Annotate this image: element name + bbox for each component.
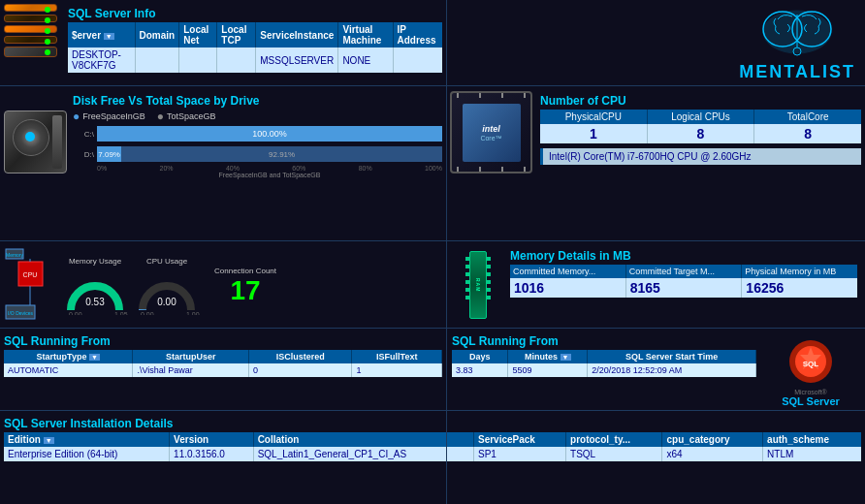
cell-startupuser: .\Vishal Pawar	[133, 363, 249, 377]
header-cpu-cat: cpu_category	[662, 432, 763, 447]
cpu-model: Intel(R) Core(TM) i7-6700HQ CPU @ 2.60GH…	[540, 148, 861, 165]
drive-d-free-fill: 7.09%	[97, 146, 121, 162]
connection-value: 17	[230, 275, 260, 306]
intel-chip-icon: intel Core™	[450, 91, 532, 173]
legend-free: ● FreeSpaceInGB	[73, 110, 145, 123]
header-edition[interactable]: Edition ▼	[4, 432, 170, 447]
memory-detail-header: Committed Memory... Committed Target M..…	[510, 265, 857, 278]
header-domain: Domain	[135, 22, 179, 47]
mentalist-text: MENTALIST	[739, 62, 855, 82]
legend-free-dot: ●	[73, 110, 80, 123]
memory-detail-content: Memory Details in MB Committed Memory...…	[510, 246, 857, 326]
install-header: Edition ▼ Version Collation ServicePack …	[4, 432, 861, 447]
cell-serviceinstance: MSSQLSERVER	[256, 47, 338, 73]
disk-icon	[4, 91, 67, 238]
header-startuptype[interactable]: StartupType ▼	[4, 350, 133, 363]
legend-free-label: FreeSpaceInGB	[82, 111, 145, 121]
cell-minutes: 5509	[508, 363, 588, 377]
cpu-count-data: 1 8 8	[540, 124, 861, 143]
memory-detail-title: Memory Details in MB	[510, 246, 857, 265]
memory-usage-label: Memory Usage	[69, 257, 121, 266]
hdiv-4	[0, 410, 865, 411]
disk-panel: Disk Free Vs Total Space by Drive ● Free…	[0, 87, 446, 242]
sql-info-content: SQL Server Info $erver ▼ Domain Local Ne…	[68, 4, 442, 83]
svg-text:0.00: 0.00	[69, 311, 82, 315]
dropdown-arrow-server[interactable]: ▼	[104, 33, 114, 40]
header-auth: auth_scheme	[763, 432, 861, 447]
cell-cpu-cat: x64	[662, 447, 763, 461]
cpu-total-value: 8	[754, 124, 861, 143]
cell-vm: NONE	[338, 47, 393, 73]
server-icon	[4, 4, 62, 83]
cell-auth: NTLM	[763, 447, 861, 461]
dropdown-minutes[interactable]: ▼	[561, 354, 571, 361]
header-localnet: Local Net	[179, 22, 217, 47]
server-table-row: DESKTOP-V8CKF7G MSSQLSERVER NONE	[68, 47, 442, 73]
sql-running-right-title: SQL Running From	[452, 331, 756, 350]
sql-running-left-panel: SQL Running From StartupType ▼ StartupUs…	[0, 330, 446, 412]
drive-d-total-fill: 92.91%	[121, 146, 442, 162]
sql-running-right-content: SQL Running From Days Minutes ▼ SQL Serv…	[452, 331, 756, 410]
mem-target-value: 8165	[626, 278, 743, 298]
install-table: Edition ▼ Version Collation ServicePack …	[4, 432, 861, 461]
mem-physical-value: 16256	[742, 278, 857, 298]
cell-isfulltext: 1	[352, 363, 442, 377]
svg-text:SQL: SQL	[802, 360, 818, 368]
header-vm: Virtual Machine	[338, 22, 393, 47]
header-isfulltext: ISFullText	[352, 350, 442, 363]
drive-d-bar-track: 7.09% 92.91%	[97, 146, 442, 162]
svg-text:0.00: 0.00	[141, 311, 154, 315]
svg-text:Memory: Memory	[6, 252, 24, 258]
memory-usage-gauge: Memory Usage 0.53 0.00 1.05	[61, 257, 129, 315]
sql-info-title: SQL Server Info	[68, 4, 442, 22]
sql-server-logo: SQL Microsoft® SQL Server	[762, 331, 859, 410]
cpu-physical-value: 1	[540, 124, 648, 143]
svg-text:1.05: 1.05	[114, 311, 128, 315]
header-servicepack: ServicePack	[473, 432, 565, 447]
sql-running-right-header: Days Minutes ▼ SQL Server Start Time	[452, 350, 756, 363]
drive-c-bar-track: 100.00%	[97, 126, 442, 142]
cpu-info: Number of CPU PhysicalCPU Logical CPUs T…	[540, 91, 861, 173]
disk-axis: 0% 20% 40% 60% 80% 100%	[97, 165, 442, 172]
mentalist-content: MENTALIST	[739, 5, 855, 82]
mem-committed-value: 1016	[510, 278, 626, 298]
bottom-gauges-panel: CPU Memory I/O Devices Memory Usage 0.53…	[0, 242, 446, 330]
dropdown-edition[interactable]: ▼	[44, 437, 54, 444]
svg-text:CPU: CPU	[23, 271, 38, 278]
disk-legend: ● FreeSpaceInGB ● TotSpaceGB	[73, 110, 442, 123]
connection-count-panel: Connection Count 17	[205, 263, 286, 310]
hdiv-1	[0, 85, 865, 86]
memory-detail-data: 1016 8165 16256	[510, 278, 857, 298]
drive-d-label: D:\	[73, 150, 94, 159]
cpu-title: Number of CPU	[540, 91, 861, 110]
cpu-logical-value: 8	[648, 124, 755, 143]
mem-target-header: Committed Target M...	[626, 265, 743, 278]
header-version: Version	[170, 432, 254, 447]
microsoft-label: Microsoft®	[794, 389, 827, 395]
cell-servicepack: SP1	[473, 447, 565, 461]
drive-c-bar-fill: 100.00%	[97, 126, 442, 142]
install-row: Enterprise Edition (64-bit) 11.0.3156.0 …	[4, 447, 861, 461]
mem-physical-header: Physical Memory in MB	[742, 265, 857, 278]
disk-axis-center-label: FreeSpaceInGB and TotSpaceGB	[97, 172, 442, 178]
mem-committed-header: Committed Memory...	[510, 265, 626, 278]
dropdown-startuptype[interactable]: ▼	[89, 354, 100, 361]
header-isclustered: ISClustered	[249, 350, 352, 363]
ram-icon: RAM	[454, 246, 502, 324]
cpu-top: intel Core™ Number of CPU PhysicalCPU Lo…	[450, 91, 861, 173]
header-server[interactable]: $erver ▼	[68, 22, 135, 47]
sql-running-left-row: AUTOMATIC .\Vishal Pawar 0 1	[4, 363, 442, 377]
header-minutes[interactable]: Minutes ▼	[508, 350, 588, 363]
cell-days: 3.83	[452, 363, 508, 377]
cell-edition: Enterprise Edition (64-bit)	[4, 447, 170, 461]
cell-version: 11.0.3156.0	[170, 447, 254, 461]
cell-isclustered: 0	[249, 363, 352, 377]
cpu-count-header: PhysicalCPU Logical CPUs TotalCore	[540, 110, 861, 124]
cell-collation: SQL_Latin1_General_CP1_CI_AS	[253, 447, 473, 461]
sql-running-right-row: 3.83 5509 2/20/2018 12:52:09 AM	[452, 363, 756, 377]
sql-server-label: SQL Server	[782, 395, 840, 407]
header-protocol: protocol_ty...	[566, 432, 662, 447]
legend-total: ● TotSpaceGB	[157, 110, 216, 123]
vdiv-1	[446, 0, 447, 504]
cpu-usage-gauge: CPU Usage 0.00 0.00 1.00	[133, 257, 201, 315]
